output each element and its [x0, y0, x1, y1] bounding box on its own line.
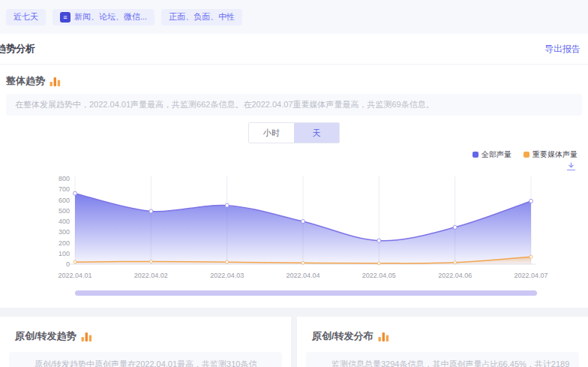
overall-trend-header: 整体趋势 — [0, 65, 588, 94]
original-repost-distribution-summary: 监测信息总量3294条信息，其中原创声量占比66.45%，共计2189条信息；转… — [306, 352, 579, 367]
panel-header: 趋势分析 导出报告 — [0, 34, 588, 65]
legend-swatch-purple — [472, 152, 478, 158]
sentiment-filter[interactable]: 正面、负面、中性 — [161, 9, 242, 26]
original-repost-trend-card: 原创/转发趋势 原创/转发趋势中原创声量在2022.04.01最高，共监测310… — [0, 317, 291, 367]
filter-bar: 近七天 ≡ 新闻、论坛、微信... 正面、负面、中性 — [0, 0, 588, 34]
svg-text:300: 300 — [58, 228, 70, 236]
svg-text:2022.04.04: 2022.04.04 — [286, 272, 320, 279]
trend-analysis-panel: 趋势分析 导出报告 整体趋势 在整体发展趋势中，2022.04.01声量最高，共… — [0, 34, 588, 308]
source-filter-icon: ≡ — [60, 12, 70, 23]
trend-chart: 01002003004005006007008002022.04.012022.… — [0, 173, 588, 284]
granularity-toggle: 小时 天 — [248, 122, 340, 143]
chart-brush-scrollbar[interactable] — [75, 290, 537, 296]
original-repost-distribution-card: 原创/转发分布 监测信息总量3294条信息，其中原创声量占比66.45%，共计2… — [297, 317, 588, 367]
export-report-button[interactable]: 导出报告 — [544, 43, 580, 56]
legend-label-media-volume: 重要媒体声量 — [532, 149, 578, 160]
svg-text:100: 100 — [58, 250, 70, 257]
overall-trend-title: 整体趋势 — [6, 74, 45, 88]
chart-toolbar — [0, 160, 588, 171]
svg-text:2022.04.02: 2022.04.02 — [134, 272, 168, 279]
svg-text:0: 0 — [66, 260, 70, 268]
svg-text:800: 800 — [58, 175, 70, 182]
svg-text:2022.04.05: 2022.04.05 — [362, 272, 396, 279]
bar-chart-icon — [50, 77, 61, 86]
toggle-day-button[interactable]: 天 — [294, 123, 339, 143]
source-filter[interactable]: ≡ 新闻、论坛、微信... — [52, 9, 154, 26]
svg-text:600: 600 — [58, 197, 70, 204]
svg-text:2022.04.07: 2022.04.07 — [514, 272, 548, 279]
toggle-hour-button[interactable]: 小时 — [249, 123, 294, 143]
original-repost-trend-title: 原创/转发趋势 — [15, 329, 76, 343]
svg-text:2022.04.01: 2022.04.01 — [58, 272, 92, 279]
time-range-filter[interactable]: 近七天 — [6, 9, 46, 26]
source-filter-label: 新闻、论坛、微信... — [74, 11, 147, 23]
bar-chart-icon — [378, 332, 389, 341]
time-range-filter-label: 近七天 — [14, 11, 38, 23]
legend-swatch-orange — [524, 152, 530, 158]
trend-chart-canvas: 01002003004005006007008002022.04.012022.… — [0, 173, 588, 284]
overall-summary-text: 在整体发展趋势中，2022.04.01声量最高，共监测662条信息。在2022.… — [6, 94, 582, 116]
svg-text:700: 700 — [58, 185, 70, 193]
original-repost-trend-summary: 原创/转发趋势中原创声量在2022.04.01最高，共监测310条信息；转发声量… — [9, 352, 282, 367]
bottom-cards: 原创/转发趋势 原创/转发趋势中原创声量在2022.04.01最高，共监测310… — [0, 317, 588, 367]
chart-legend: 全部声量 重要媒体声量 — [0, 143, 588, 160]
bar-chart-icon — [81, 332, 92, 341]
svg-text:200: 200 — [58, 239, 70, 247]
legend-item-media-volume[interactable]: 重要媒体声量 — [524, 149, 578, 160]
download-chart-icon[interactable] — [566, 162, 576, 171]
legend-label-total-volume: 全部声量 — [482, 149, 512, 160]
original-repost-distribution-title: 原创/转发分布 — [312, 329, 374, 343]
svg-text:2022.04.06: 2022.04.06 — [438, 272, 472, 279]
sentiment-filter-label: 正面、负面、中性 — [169, 11, 235, 23]
svg-text:2022.04.03: 2022.04.03 — [210, 272, 244, 279]
svg-text:400: 400 — [58, 218, 70, 225]
legend-item-total-volume[interactable]: 全部声量 — [472, 149, 512, 160]
svg-text:500: 500 — [58, 207, 70, 215]
page-title: 趋势分析 — [0, 42, 35, 56]
